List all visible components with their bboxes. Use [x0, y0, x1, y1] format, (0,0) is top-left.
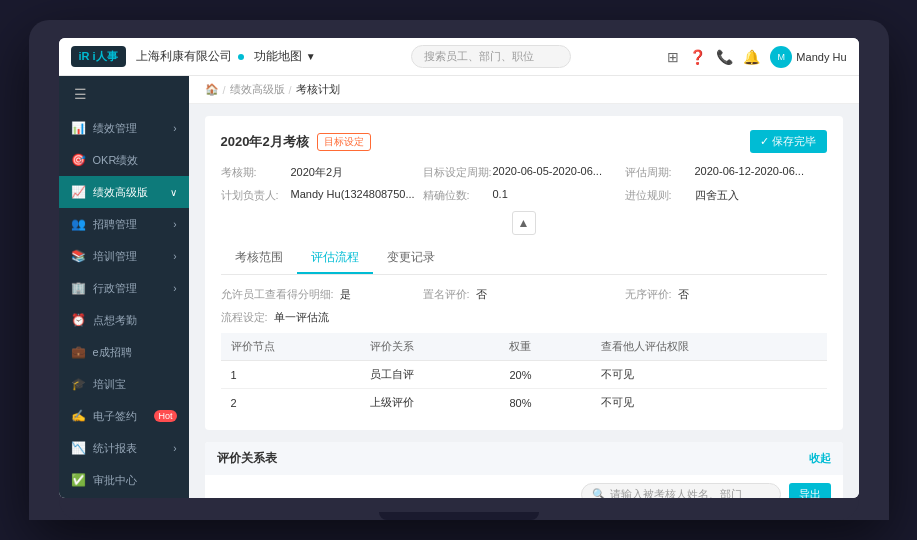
- eval-permission-2: 不可见: [591, 389, 826, 417]
- target-period-label: 目标设定周期:: [423, 165, 493, 180]
- bell-icon[interactable]: 🔔: [743, 49, 760, 65]
- sidebar-item-perf-mgmt[interactable]: 📊 绩效管理 ›: [59, 112, 189, 144]
- allow-view-item: 允许员工查看得分明细: 是: [221, 287, 423, 302]
- sidebar-item-audit[interactable]: ✅ 审批中心: [59, 464, 189, 496]
- sidebar-item-recruit[interactable]: 👥 招聘管理 ›: [59, 208, 189, 240]
- save-button[interactable]: ✓ 保存完毕: [750, 130, 826, 153]
- sidebar-item-e-recruit[interactable]: 💼 e成招聘: [59, 336, 189, 368]
- tab-change-log[interactable]: 变更记录: [373, 243, 449, 274]
- target-period-value: 2020-06-05-2020-06...: [493, 165, 602, 177]
- sidebar-item-perf-adv[interactable]: 📈 绩效高级版 ∨: [59, 176, 189, 208]
- perf-mgmt-label: 绩效管理: [93, 121, 174, 136]
- sidebar-item-attendance[interactable]: ⏰ 点想考勤: [59, 304, 189, 336]
- eval-period-label: 评估周期:: [625, 165, 695, 180]
- exam-period-value: 2020年2月: [291, 165, 344, 180]
- rank-value: 四舍五入: [695, 188, 739, 203]
- training2-icon: 🎓: [71, 376, 87, 392]
- function-map-menu[interactable]: 功能地图 ▼: [254, 48, 316, 65]
- tab-exam-scope[interactable]: 考核范围: [221, 243, 297, 274]
- audit-icon: ✅: [71, 472, 87, 488]
- eval-permission-1: 不可见: [591, 361, 826, 389]
- recruit-label: 招聘管理: [93, 217, 174, 232]
- rank-label: 进位规则:: [625, 188, 695, 203]
- perf-mgmt-icon: 📊: [71, 120, 87, 136]
- grid-icon[interactable]: ⊞: [667, 49, 679, 65]
- phone-icon[interactable]: 📞: [716, 49, 733, 65]
- page-title: 2020年2月考核: [221, 133, 309, 151]
- anon-value: 否: [476, 287, 487, 302]
- no-order-value: 否: [678, 287, 689, 302]
- attendance-label: 点想考勤: [93, 313, 177, 328]
- help-icon[interactable]: ❓: [689, 49, 706, 65]
- col-permission: 查看他人评估权限: [591, 333, 826, 361]
- eval-table-header: 评价节点 评价关系 权重 查看他人评估权限: [221, 333, 827, 361]
- hamburger-icon[interactable]: ☰: [59, 76, 189, 112]
- eval-row-2: 2 上级评价 80% 不可见: [221, 389, 827, 417]
- sidebar-item-e-contract[interactable]: ✍️ 电子签约 Hot: [59, 400, 189, 432]
- audit-label: 审批中心: [93, 473, 177, 488]
- username: Mandy Hu: [796, 51, 846, 63]
- sidebar-item-training[interactable]: 📚 培训管理 ›: [59, 240, 189, 272]
- col-node: 评价节点: [221, 333, 360, 361]
- top-bar: iR i人事 上海利康有限公司 功能地图 ▼ 搜索员工、部门、职位 ⊞ ❓ 📞 …: [59, 38, 859, 76]
- manager-item: 计划负责人: Mandy Hu(1324808750...: [221, 188, 423, 203]
- sidebar-item-training2[interactable]: 🎓 培训宝: [59, 368, 189, 400]
- tabs: 考核范围 评估流程 变更记录: [221, 243, 827, 275]
- rank-item: 进位规则: 四舍五入: [625, 188, 827, 203]
- info-grid: 考核期: 2020年2月 目标设定周期: 2020-06-05-2020-06.…: [221, 165, 827, 203]
- eval-row-1: 1 员工自评 20% 不可见: [221, 361, 827, 389]
- e-contract-label: 电子签约: [93, 409, 153, 424]
- training-label: 培训管理: [93, 249, 174, 264]
- perf-mgmt-arrow: ›: [173, 123, 176, 134]
- admin-icon: 🏢: [71, 280, 87, 296]
- sidebar-item-admin[interactable]: 🏢 行政管理 ›: [59, 272, 189, 304]
- search-icon: 🔍: [592, 488, 606, 498]
- company-name[interactable]: 上海利康有限公司: [136, 48, 232, 65]
- manager-value: Mandy Hu(1324808750...: [291, 188, 415, 200]
- card-header: 2020年2月考核 目标设定 ✓ 保存完毕: [221, 130, 827, 153]
- global-search[interactable]: 搜索员工、部门、职位: [411, 45, 571, 68]
- training2-label: 培训宝: [93, 377, 177, 392]
- rating-filter-bar: 🔍 请输入被考核人姓名、部门 导出: [205, 475, 843, 498]
- target-period-item: 目标设定周期: 2020-06-05-2020-06...: [423, 165, 625, 180]
- eval-relation-2: 上级评价: [360, 389, 499, 417]
- eval-weight-2: 80%: [499, 389, 591, 417]
- eval-period-item: 评估周期: 2020-06-12-2020-06...: [625, 165, 827, 180]
- breadcrumb-perf-adv[interactable]: 绩效高级版: [230, 82, 285, 97]
- precision-label: 精确位数:: [423, 188, 493, 203]
- admin-arrow: ›: [173, 283, 176, 294]
- training-arrow: ›: [173, 251, 176, 262]
- no-order-label: 无序评价:: [625, 287, 672, 302]
- allow-view-label: 允许员工查看得分明细:: [221, 287, 334, 302]
- training-icon: 📚: [71, 248, 87, 264]
- flow-label: 流程设定:: [221, 310, 268, 325]
- eval-settings-row2: 流程设定: 单一评估流: [221, 310, 827, 325]
- eval-relation-1: 员工自评: [360, 361, 499, 389]
- sidebar-item-okr[interactable]: 🎯 OKR绩效: [59, 144, 189, 176]
- attendance-icon: ⏰: [71, 312, 87, 328]
- eval-node-1: 1: [221, 361, 360, 389]
- tab-eval-flow[interactable]: 评估流程: [297, 243, 373, 274]
- rating-section-header: 评价关系表 收起: [205, 442, 843, 475]
- rating-search[interactable]: 🔍 请输入被考核人姓名、部门: [581, 483, 781, 498]
- export-button[interactable]: 导出: [789, 483, 831, 498]
- rating-card: 评价关系表 收起 🔍 请输入被考核人姓名、部门 导出: [205, 442, 843, 498]
- allow-view-value: 是: [340, 287, 351, 302]
- perf-adv-label: 绩效高级版: [93, 185, 170, 200]
- collapse-button[interactable]: ▲: [512, 211, 536, 235]
- e-recruit-label: e成招聘: [93, 345, 177, 360]
- anon-label: 置名评价:: [423, 287, 470, 302]
- status-tag: 目标设定: [317, 133, 371, 151]
- breadcrumb-home-icon: 🏠: [205, 83, 219, 96]
- user-menu[interactable]: M Mandy Hu: [770, 46, 846, 68]
- breadcrumb: 🏠 / 绩效高级版 / 考核计划: [189, 76, 859, 104]
- sidebar-item-stats[interactable]: 📉 统计报表 ›: [59, 432, 189, 464]
- recruit-arrow: ›: [173, 219, 176, 230]
- content-scroll: 2020年2月考核 目标设定 ✓ 保存完毕 考核期: 2020年2月: [189, 104, 859, 498]
- collapse-link[interactable]: 收起: [809, 451, 831, 466]
- perf-adv-arrow: ∨: [170, 187, 177, 198]
- menu-arrow-icon: ▼: [306, 51, 316, 62]
- search-placeholder: 请输入被考核人姓名、部门: [610, 487, 742, 498]
- okr-label: OKR绩效: [93, 153, 177, 168]
- recruit-icon: 👥: [71, 216, 87, 232]
